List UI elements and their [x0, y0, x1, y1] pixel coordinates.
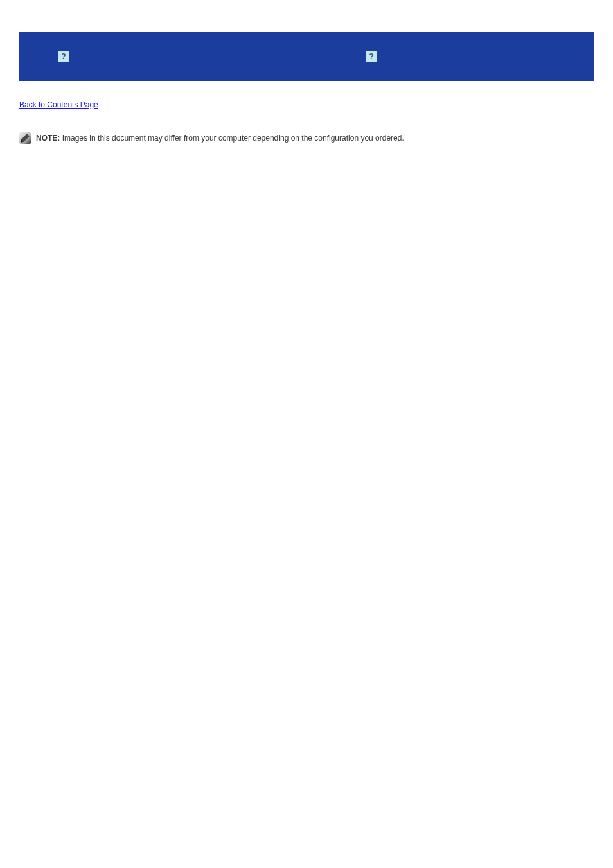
section-rule	[19, 416, 594, 416]
broken-image-icon: ?	[58, 51, 69, 62]
broken-image-icon: ?	[366, 51, 377, 62]
pencil-note-icon	[19, 132, 31, 144]
section-rule	[19, 364, 594, 364]
page-root: ? ? Back to Contents Page NOTE: Images i…	[0, 32, 613, 548]
section-4	[19, 513, 594, 513]
section-rule	[19, 170, 594, 170]
section-2	[19, 364, 594, 364]
section-1	[19, 267, 594, 267]
note-text: NOTE: Images in this document may differ…	[36, 132, 404, 144]
note-prefix: NOTE:	[36, 134, 60, 143]
header-bar: ? ?	[19, 32, 594, 81]
header-left-slot: ?	[58, 51, 73, 62]
note-body: Images in this document may differ from …	[62, 134, 404, 143]
section-rule	[19, 267, 594, 267]
section-3	[19, 416, 594, 416]
back-to-contents-link[interactable]: Back to Contents Page	[19, 100, 98, 109]
note-row: NOTE: Images in this document may differ…	[19, 132, 594, 144]
header-right-slot: ?	[366, 51, 381, 62]
section-rule	[19, 513, 594, 513]
section-0	[19, 170, 594, 170]
content-area: Back to Contents Page NOTE: Images in th…	[19, 100, 594, 513]
breadcrumb: Back to Contents Page	[19, 100, 594, 109]
